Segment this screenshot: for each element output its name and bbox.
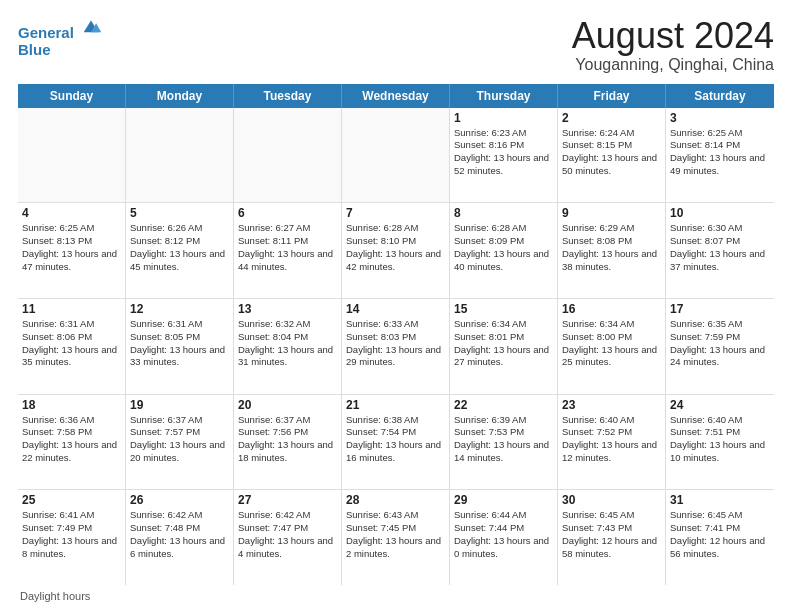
header-day-saturday: Saturday [666, 84, 774, 108]
day-number: 11 [22, 302, 121, 316]
daylight-text: Daylight: 13 hours and 27 minutes. [454, 344, 553, 370]
daylight-text: Daylight: 13 hours and 45 minutes. [130, 248, 229, 274]
sunrise-text: Sunrise: 6:27 AM [238, 222, 337, 235]
header-day-tuesday: Tuesday [234, 84, 342, 108]
day-number: 20 [238, 398, 337, 412]
sunset-text: Sunset: 7:58 PM [22, 426, 121, 439]
calendar-week-3: 11Sunrise: 6:31 AMSunset: 8:06 PMDayligh… [18, 299, 774, 395]
day-number: 23 [562, 398, 661, 412]
calendar-cell: 19Sunrise: 6:37 AMSunset: 7:57 PMDayligh… [126, 395, 234, 490]
calendar-cell: 16Sunrise: 6:34 AMSunset: 8:00 PMDayligh… [558, 299, 666, 394]
day-number: 4 [22, 206, 121, 220]
day-number: 6 [238, 206, 337, 220]
header-day-thursday: Thursday [450, 84, 558, 108]
sunrise-text: Sunrise: 6:39 AM [454, 414, 553, 427]
calendar-header: SundayMondayTuesdayWednesdayThursdayFrid… [18, 84, 774, 108]
calendar-cell [18, 108, 126, 203]
daylight-text: Daylight: 12 hours and 56 minutes. [670, 535, 770, 561]
day-number: 15 [454, 302, 553, 316]
calendar-cell: 24Sunrise: 6:40 AMSunset: 7:51 PMDayligh… [666, 395, 774, 490]
daylight-text: Daylight: 13 hours and 44 minutes. [238, 248, 337, 274]
daylight-text: Daylight: 13 hours and 49 minutes. [670, 152, 770, 178]
sunrise-text: Sunrise: 6:25 AM [22, 222, 121, 235]
daylight-text: Daylight: 13 hours and 16 minutes. [346, 439, 445, 465]
logo: General Blue [18, 16, 102, 58]
sunset-text: Sunset: 8:16 PM [454, 139, 553, 152]
daylight-text: Daylight: 13 hours and 4 minutes. [238, 535, 337, 561]
day-number: 31 [670, 493, 770, 507]
calendar-cell: 26Sunrise: 6:42 AMSunset: 7:48 PMDayligh… [126, 490, 234, 585]
calendar-week-5: 25Sunrise: 6:41 AMSunset: 7:49 PMDayligh… [18, 490, 774, 585]
calendar-cell [342, 108, 450, 203]
sunset-text: Sunset: 8:11 PM [238, 235, 337, 248]
calendar-cell: 14Sunrise: 6:33 AMSunset: 8:03 PMDayligh… [342, 299, 450, 394]
sunrise-text: Sunrise: 6:35 AM [670, 318, 770, 331]
day-number: 22 [454, 398, 553, 412]
day-number: 16 [562, 302, 661, 316]
sunset-text: Sunset: 7:53 PM [454, 426, 553, 439]
sunrise-text: Sunrise: 6:38 AM [346, 414, 445, 427]
daylight-text: Daylight: 13 hours and 8 minutes. [22, 535, 121, 561]
header: General Blue August 2024 Youganning, Qin… [18, 16, 774, 74]
day-number: 8 [454, 206, 553, 220]
calendar-cell: 20Sunrise: 6:37 AMSunset: 7:56 PMDayligh… [234, 395, 342, 490]
calendar-cell: 13Sunrise: 6:32 AMSunset: 8:04 PMDayligh… [234, 299, 342, 394]
sunset-text: Sunset: 8:12 PM [130, 235, 229, 248]
sunset-text: Sunset: 7:45 PM [346, 522, 445, 535]
sunset-text: Sunset: 8:10 PM [346, 235, 445, 248]
calendar-cell: 28Sunrise: 6:43 AMSunset: 7:45 PMDayligh… [342, 490, 450, 585]
sunrise-text: Sunrise: 6:45 AM [562, 509, 661, 522]
calendar-week-4: 18Sunrise: 6:36 AMSunset: 7:58 PMDayligh… [18, 395, 774, 491]
daylight-text: Daylight: 13 hours and 35 minutes. [22, 344, 121, 370]
daylight-text: Daylight: 13 hours and 25 minutes. [562, 344, 661, 370]
calendar-week-1: 1Sunrise: 6:23 AMSunset: 8:16 PMDaylight… [18, 108, 774, 204]
sunrise-text: Sunrise: 6:43 AM [346, 509, 445, 522]
daylight-text: Daylight: 13 hours and 18 minutes. [238, 439, 337, 465]
sunset-text: Sunset: 7:54 PM [346, 426, 445, 439]
daylight-text: Daylight: 13 hours and 52 minutes. [454, 152, 553, 178]
daylight-text: Daylight: 13 hours and 12 minutes. [562, 439, 661, 465]
header-day-wednesday: Wednesday [342, 84, 450, 108]
sunrise-text: Sunrise: 6:26 AM [130, 222, 229, 235]
header-day-monday: Monday [126, 84, 234, 108]
calendar: SundayMondayTuesdayWednesdayThursdayFrid… [18, 84, 774, 585]
day-number: 29 [454, 493, 553, 507]
sunrise-text: Sunrise: 6:24 AM [562, 127, 661, 140]
sunrise-text: Sunrise: 6:41 AM [22, 509, 121, 522]
logo-icon [80, 16, 102, 38]
day-number: 24 [670, 398, 770, 412]
calendar-cell: 1Sunrise: 6:23 AMSunset: 8:16 PMDaylight… [450, 108, 558, 203]
calendar-cell: 18Sunrise: 6:36 AMSunset: 7:58 PMDayligh… [18, 395, 126, 490]
day-number: 27 [238, 493, 337, 507]
calendar-cell: 6Sunrise: 6:27 AMSunset: 8:11 PMDaylight… [234, 203, 342, 298]
sunrise-text: Sunrise: 6:34 AM [562, 318, 661, 331]
sunrise-text: Sunrise: 6:30 AM [670, 222, 770, 235]
day-number: 13 [238, 302, 337, 316]
calendar-cell: 23Sunrise: 6:40 AMSunset: 7:52 PMDayligh… [558, 395, 666, 490]
page: General Blue August 2024 Youganning, Qin… [0, 0, 792, 612]
calendar-cell: 27Sunrise: 6:42 AMSunset: 7:47 PMDayligh… [234, 490, 342, 585]
sunset-text: Sunset: 7:51 PM [670, 426, 770, 439]
sunset-text: Sunset: 8:04 PM [238, 331, 337, 344]
sunrise-text: Sunrise: 6:45 AM [670, 509, 770, 522]
subtitle: Youganning, Qinghai, China [572, 56, 774, 74]
calendar-cell [234, 108, 342, 203]
calendar-cell [126, 108, 234, 203]
sunset-text: Sunset: 8:08 PM [562, 235, 661, 248]
title-block: August 2024 Youganning, Qinghai, China [572, 16, 774, 74]
calendar-cell: 29Sunrise: 6:44 AMSunset: 7:44 PMDayligh… [450, 490, 558, 585]
sunset-text: Sunset: 8:13 PM [22, 235, 121, 248]
sunset-text: Sunset: 7:41 PM [670, 522, 770, 535]
day-number: 5 [130, 206, 229, 220]
day-number: 19 [130, 398, 229, 412]
sunset-text: Sunset: 7:57 PM [130, 426, 229, 439]
header-day-sunday: Sunday [18, 84, 126, 108]
day-number: 3 [670, 111, 770, 125]
logo-text: General [18, 16, 102, 42]
sunrise-text: Sunrise: 6:37 AM [130, 414, 229, 427]
sunrise-text: Sunrise: 6:36 AM [22, 414, 121, 427]
day-number: 12 [130, 302, 229, 316]
sunrise-text: Sunrise: 6:37 AM [238, 414, 337, 427]
sunset-text: Sunset: 8:06 PM [22, 331, 121, 344]
sunset-text: Sunset: 8:05 PM [130, 331, 229, 344]
